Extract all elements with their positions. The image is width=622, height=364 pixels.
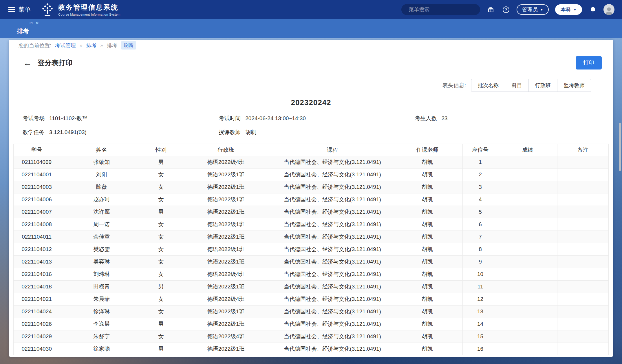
table-cell: 胡凯 [392, 169, 463, 181]
menu-search[interactable] [401, 4, 480, 15]
table-cell: 7 [463, 231, 498, 243]
table-row: 0221104021朱晨菲女德语2022级4班当代德国社会、经济与文化(3.12… [14, 293, 609, 306]
table-cell: 胡凯 [392, 243, 463, 256]
table-cell: 德语2022级4班 [179, 268, 273, 281]
info-label: 考试考场 [23, 115, 45, 122]
info-value: 3.121.0491(03) [49, 129, 87, 136]
app-brand: 教务管理信息系统 Course Management Information S… [41, 3, 120, 17]
app-subtitle: Course Management Information System [58, 13, 120, 16]
role-label: 管理员 [522, 6, 538, 13]
table-cell: 德语2022级1班 [179, 206, 273, 218]
header-info-row: 表头信息: 批次名称科目行政班监考教师 [9, 73, 613, 92]
table-row: 0221104003陈薇女德语2022级1班当代德国社会、经济与文化(3.121… [14, 181, 609, 193]
table-cell: 0221104030 [14, 343, 60, 355]
breadcrumb-refresh-button[interactable]: 刷新 [121, 41, 136, 50]
tab-label: 排考 [17, 27, 29, 35]
tab-refresh-icon[interactable]: ⟳ [30, 21, 33, 26]
table-cell: 当代德国社会、经济与文化(3.121.0491) [273, 169, 392, 181]
bell-icon[interactable] [588, 5, 597, 14]
table-cell: 女 [143, 193, 179, 206]
role-dropdown[interactable]: 管理员 ▼ [517, 4, 549, 15]
breadcrumb-item[interactable]: 排考 [86, 42, 96, 49]
table-body: 0211104069张敬知男德语2022级4班当代德国社会、经济与文化(3.12… [14, 156, 609, 355]
table-cell: 0221104011 [14, 231, 60, 243]
print-button[interactable]: 打印 [576, 56, 602, 69]
content-card: 您的当前位置: 考试管理»排考»排考 刷新 ← 登分表打印 打印 表头信息: 批… [9, 40, 613, 357]
table-cell [557, 318, 609, 330]
breadcrumb-separator: » [100, 43, 103, 48]
score-table: 学号姓名性别行政班课程任课老师座位号成绩备注 0211104069张敬知男德语2… [13, 144, 609, 355]
gift-icon[interactable] [486, 5, 495, 14]
table-cell [557, 193, 609, 206]
breadcrumb-item: 排考 [107, 42, 117, 49]
table-cell: 15 [463, 330, 498, 343]
table-cell: 徐泽琳 [60, 306, 143, 318]
table-cell [557, 256, 609, 268]
table-cell: 朱晨菲 [60, 293, 143, 306]
menu-toggle[interactable]: 菜单 [8, 6, 31, 14]
table-cell: 0221104006 [14, 193, 60, 206]
table-cell: 胡凯 [392, 281, 463, 293]
exam-info-item: 考试时间2024-06-24 13:00~14:30 [219, 115, 415, 122]
table-cell: 女 [143, 243, 179, 256]
info-label: 教学任务 [23, 129, 45, 136]
info-value: 2024-06-24 13:00~14:30 [245, 115, 306, 122]
table-cell: 0221104007 [14, 206, 60, 218]
table-cell [498, 281, 557, 293]
info-value: 1101-1102-教™ [49, 115, 87, 122]
table-cell: 沈许愿 [60, 206, 143, 218]
table-cell: 0221104008 [14, 218, 60, 231]
column-header: 课程 [273, 144, 392, 156]
search-input[interactable] [409, 7, 476, 13]
column-header: 行政班 [179, 144, 273, 156]
table-cell: 10 [463, 268, 498, 281]
table-cell: 男 [143, 156, 179, 169]
breadcrumb-separator: » [80, 43, 82, 48]
table-cell: 女 [143, 181, 179, 193]
table-cell: 德语2022级1班 [179, 181, 273, 193]
table-row: 0221104018田栩青男德语2022级1班当代德国社会、经济与文化(3.12… [14, 281, 609, 293]
table-cell: 0221104026 [14, 318, 60, 330]
table-cell: 当代德国社会、经济与文化(3.121.0491) [273, 306, 392, 318]
table-row: 0211104069张敬知男德语2022级4班当代德国社会、经济与文化(3.12… [14, 156, 609, 169]
header-info-button[interactable]: 行政班 [528, 79, 557, 92]
table-cell [498, 318, 557, 330]
header-info-button[interactable]: 科目 [505, 79, 529, 92]
table-cell: 当代德国社会、经济与文化(3.121.0491) [273, 343, 392, 355]
user-avatar[interactable] [603, 4, 614, 15]
table-row: 0221104008周一诺女德语2022级1班当代德国社会、经济与文化(3.12… [14, 218, 609, 231]
table-cell: 樊恣雯 [60, 243, 143, 256]
table-cell: 德语2022级1班 [179, 231, 273, 243]
table-cell: 胡凯 [392, 343, 463, 355]
table-cell: 胡凯 [392, 206, 463, 218]
table-cell: 当代德国社会、经济与文化(3.121.0491) [273, 256, 392, 268]
tab-close-icon[interactable]: ✕ [36, 21, 39, 26]
info-label: 考生人数 [415, 115, 437, 122]
table-cell: 男 [143, 281, 179, 293]
table-cell: 男 [143, 343, 179, 355]
vertical-scrollbar[interactable] [619, 123, 621, 171]
table-cell: 当代德国社会、经济与文化(3.121.0491) [273, 268, 392, 281]
table-cell [498, 218, 557, 231]
level-label: 本科 [561, 6, 571, 13]
back-button[interactable]: ← [23, 58, 36, 68]
table-cell: 当代德国社会、经济与文化(3.121.0491) [273, 293, 392, 306]
table-cell: 当代德国社会、经济与文化(3.121.0491) [273, 156, 392, 169]
breadcrumb-items: 考试管理»排考»排考 [55, 42, 117, 49]
header-info-button[interactable]: 批次名称 [471, 79, 505, 92]
table-cell: 胡凯 [392, 306, 463, 318]
table-cell: 当代德国社会、经济与文化(3.121.0491) [273, 206, 392, 218]
table-cell: 刘玮琳 [60, 268, 143, 281]
table-cell [498, 156, 557, 169]
column-header: 成绩 [498, 144, 557, 156]
table-cell [498, 243, 557, 256]
hamburger-icon [8, 6, 15, 13]
table-header-row: 学号姓名性别行政班课程任课老师座位号成绩备注 [14, 144, 609, 156]
help-icon[interactable]: ? [502, 5, 510, 14]
header-info-button[interactable]: 监考教师 [557, 79, 591, 92]
table-cell: 余佳童 [60, 231, 143, 243]
table-cell [498, 231, 557, 243]
breadcrumb-item[interactable]: 考试管理 [55, 42, 76, 49]
level-dropdown[interactable]: 本科 ▼ [555, 4, 582, 15]
table-cell: 德语2022级1班 [179, 256, 273, 268]
